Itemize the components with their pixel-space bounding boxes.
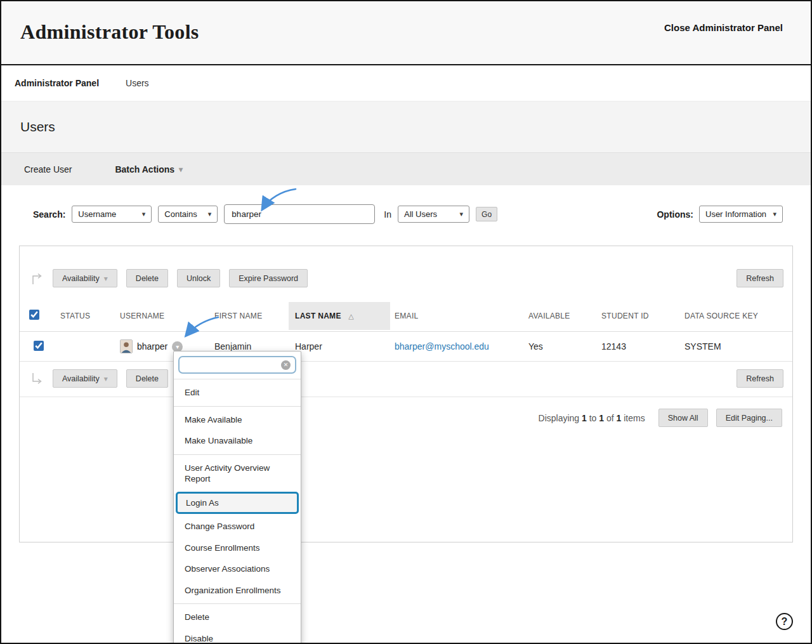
administrator-tools-window: Administrator Tools Close Administrator … — [0, 0, 812, 644]
context-menu-search-input[interactable] — [185, 360, 277, 370]
row-status-cell — [60, 339, 120, 354]
table-row: bharper ▾ Benjamin Harper bharper@myscho… — [20, 332, 792, 362]
paging-items-word: items — [624, 413, 645, 423]
column-header-student-id[interactable]: STUDENT ID — [601, 302, 684, 330]
list-toolbar-top: Availability ▾ Delete Unlock Expire Pass… — [20, 246, 792, 294]
show-all-button[interactable]: Show All — [658, 409, 708, 427]
options-group: Options: User Information ▾ — [657, 206, 783, 223]
users-table-header: STATUS USERNAME FIRST NAME LAST NAME △ E… — [20, 300, 792, 332]
column-header-available[interactable]: AVAILABLE — [528, 302, 601, 330]
edit-paging-button[interactable]: Edit Paging... — [716, 409, 782, 427]
context-menu-list: Edit Make Available Make Unavailable Use… — [174, 379, 301, 644]
create-user-button[interactable]: Create User — [24, 164, 72, 174]
page-title-bar: Users — [1, 102, 811, 152]
menu-item-course-enrollments[interactable]: Course Enrollments — [174, 537, 301, 559]
row-available-cell: Yes — [528, 334, 601, 359]
selection-branch-icon — [31, 372, 44, 386]
email-link[interactable]: bharper@myschool.edu — [395, 341, 489, 352]
chevron-down-icon: ▾ — [104, 375, 108, 383]
search-scope-select[interactable]: All Users ▾ — [398, 206, 469, 223]
refresh-button-bottom[interactable]: Refresh — [737, 369, 783, 388]
menu-item-login-as[interactable]: Login As — [176, 492, 299, 515]
menu-item-user-activity-overview-report[interactable]: User Activity Overview Report — [174, 457, 301, 490]
menu-divider — [174, 406, 301, 407]
expire-password-button-top[interactable]: Expire Password — [229, 269, 308, 287]
chevron-down-icon: ▾ — [179, 166, 183, 173]
chevron-down-icon: ▾ — [104, 275, 108, 282]
search-field-selected-value: Username — [78, 209, 116, 219]
menu-item-delete[interactable]: Delete — [174, 607, 301, 628]
chevron-down-icon: ▾ — [773, 211, 776, 218]
paging-total: 1 — [617, 413, 622, 423]
column-header-username[interactable]: USERNAME — [120, 302, 214, 330]
row-data-source-key-cell: SYSTEM — [684, 334, 792, 359]
column-header-last-name[interactable]: LAST NAME △ — [289, 302, 390, 330]
paging-of-word: of — [606, 413, 614, 423]
refresh-button-top[interactable]: Refresh — [737, 269, 783, 287]
batch-actions-label: Batch Actions — [115, 164, 174, 174]
action-bar: Create User Batch Actions ▾ — [1, 152, 811, 185]
context-menu-search-area: ✕ — [174, 352, 301, 379]
menu-item-disable[interactable]: Disable — [174, 628, 301, 644]
user-context-menu: ✕ Edit Make Available Make Unavailable U… — [173, 351, 301, 644]
help-button[interactable]: ? — [776, 613, 793, 630]
selection-branch-icon — [31, 272, 44, 286]
chevron-down-icon: ▾ — [142, 211, 146, 218]
search-query-input[interactable] — [224, 204, 375, 224]
search-field-select[interactable]: Username ▾ — [72, 206, 152, 223]
options-label: Options: — [657, 209, 693, 220]
paging-to: 1 — [599, 413, 604, 423]
search-operator-select[interactable]: Contains ▾ — [158, 206, 218, 223]
menu-divider — [174, 454, 301, 455]
column-header-email[interactable]: EMAIL — [395, 302, 528, 330]
menu-item-observer-associations[interactable]: Observer Associations — [174, 558, 301, 580]
column-header-status[interactable]: STATUS — [60, 302, 120, 330]
options-selected-value: User Information — [705, 209, 766, 219]
column-header-data-source-key[interactable]: DATA SOURCE KEY — [684, 302, 792, 330]
options-select[interactable]: User Information ▾ — [699, 206, 783, 223]
chevron-down-icon: ▾ — [208, 211, 212, 218]
breadcrumb-administrator-panel[interactable]: Administrator Panel — [15, 78, 99, 88]
question-mark-icon: ? — [782, 616, 788, 628]
clear-search-icon[interactable]: ✕ — [281, 360, 291, 370]
username-text[interactable]: bharper — [137, 341, 167, 352]
unlock-button[interactable]: Unlock — [177, 269, 220, 287]
delete-button-top[interactable]: Delete — [126, 269, 168, 287]
displaying-items-text: Displaying 1 to 1 of 1 items — [539, 413, 645, 423]
paging-to-word: to — [589, 413, 597, 423]
search-operator-selected-value: Contains — [164, 209, 197, 219]
displaying-word: Displaying — [539, 413, 580, 423]
delete-button-bottom[interactable]: Delete — [126, 369, 168, 388]
paging-from: 1 — [582, 413, 587, 423]
batch-actions-button[interactable]: Batch Actions ▾ — [115, 164, 183, 174]
context-menu-search-box: ✕ — [178, 356, 296, 374]
availability-label: Availability — [62, 274, 100, 283]
chevron-down-icon: ▾ — [460, 211, 464, 218]
breadcrumb-users[interactable]: Users — [126, 78, 149, 88]
menu-item-make-available[interactable]: Make Available — [174, 409, 301, 431]
menu-item-organization-enrollments[interactable]: Organization Enrollments — [174, 580, 301, 601]
menu-divider — [174, 603, 301, 604]
row-last-name-cell: Harper — [295, 334, 395, 359]
select-all-cell — [20, 300, 60, 331]
row-checkbox[interactable] — [34, 341, 44, 351]
column-header-first-name[interactable]: FIRST NAME — [214, 302, 295, 330]
sort-ascending-icon: △ — [348, 312, 354, 320]
last-name-header-label: LAST NAME — [295, 312, 341, 320]
breadcrumb: Administrator Panel Users — [1, 65, 811, 102]
go-button[interactable]: Go — [476, 207, 497, 221]
search-label: Search: — [33, 209, 65, 220]
menu-item-make-unavailable[interactable]: Make Unavailable — [174, 430, 301, 452]
search-bar: Search: Username ▾ Contains ▾ In All Use… — [1, 185, 811, 246]
menu-item-edit[interactable]: Edit — [174, 382, 301, 404]
availability-label: Availability — [62, 374, 100, 383]
paging-bar: Displaying 1 to 1 of 1 items Show All Ed… — [20, 397, 792, 438]
row-student-id-cell: 12143 — [601, 334, 684, 359]
menu-item-change-password[interactable]: Change Password — [174, 516, 301, 537]
user-avatar — [120, 339, 133, 353]
availability-button-top[interactable]: Availability ▾ — [53, 269, 117, 287]
select-all-checkbox[interactable] — [29, 310, 39, 320]
close-administrator-panel-link[interactable]: Close Administrator Panel — [664, 22, 783, 33]
availability-button-bottom[interactable]: Availability ▾ — [53, 369, 117, 388]
user-context-menu-toggle[interactable]: ▾ — [172, 341, 183, 352]
